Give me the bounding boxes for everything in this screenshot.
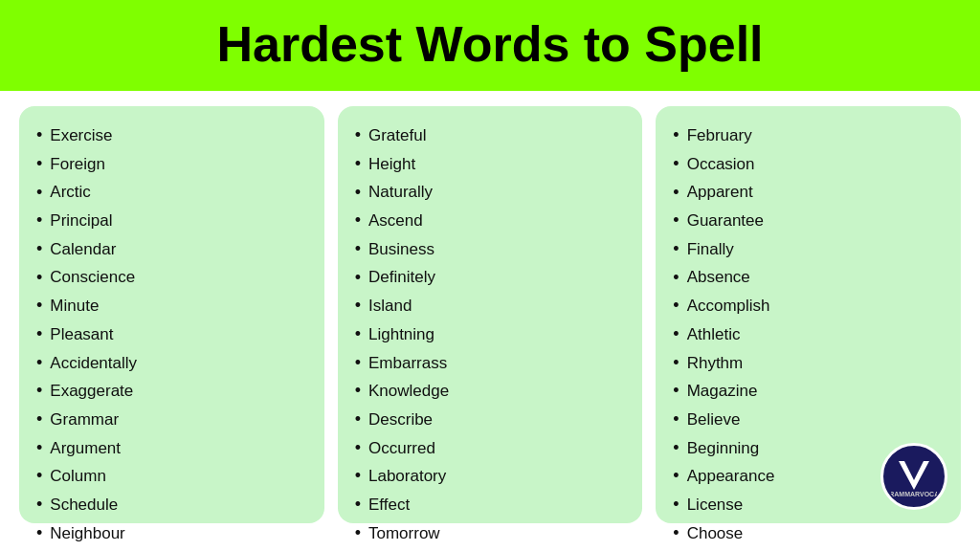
list-item: Occasion	[673, 150, 944, 179]
list-item: Column	[36, 462, 307, 491]
list-item: Naturally	[355, 179, 626, 208]
list-item: Pleasant	[36, 320, 307, 349]
logo-inner: GRAMMARVOCAB	[889, 452, 939, 501]
list-item: Arctic	[36, 179, 307, 208]
gv-logo-icon: GRAMMARVOCAB	[891, 453, 937, 499]
list-item: Lightning	[355, 320, 626, 349]
list-item: Conscience	[36, 264, 307, 293]
list-item: Definitely	[355, 264, 626, 293]
list-item: Accomplish	[673, 292, 944, 320]
page-wrapper: Hardest Words to Spell ExerciseForeignAr…	[0, 0, 980, 539]
list-item: Rhythm	[673, 349, 944, 378]
list-item: Tomorrow	[355, 519, 626, 548]
list-item: Calendar	[36, 235, 307, 264]
word-list-2: GratefulHeightNaturallyAscendBusinessDef…	[355, 121, 626, 547]
list-item: Occurred	[355, 434, 626, 463]
list-item: Schedule	[36, 491, 307, 519]
page-title: Hardest Words to Spell	[29, 17, 951, 72]
list-item: Neighbour	[36, 519, 307, 548]
list-item: Minute	[36, 292, 307, 320]
list-item: Height	[355, 150, 626, 179]
logo-badge: GRAMMARVOCAB	[880, 443, 947, 510]
list-item: Apparent	[673, 179, 944, 208]
list-item: Describe	[355, 406, 626, 434]
svg-marker-0	[899, 461, 929, 490]
header: Hardest Words to Spell	[0, 0, 980, 91]
word-list-1: ExerciseForeignArcticPrincipalCalendarCo…	[36, 121, 307, 547]
list-item: Laboratory	[355, 462, 626, 491]
list-item: Grateful	[355, 121, 626, 150]
list-item: Business	[355, 235, 626, 264]
list-item: Believe	[673, 406, 944, 434]
list-item: Guarantee	[673, 207, 944, 235]
word-card-1: ExerciseForeignArcticPrincipalCalendarCo…	[19, 106, 324, 523]
list-item: Embarrass	[355, 349, 626, 378]
list-item: Exaggerate	[36, 377, 307, 406]
word-card-3: FebruaryOccasionApparentGuaranteeFinally…	[656, 106, 961, 523]
logo-circle: GRAMMARVOCAB	[880, 443, 947, 510]
content-area: ExerciseForeignArcticPrincipalCalendarCo…	[0, 91, 980, 539]
list-item: Magazine	[673, 377, 944, 406]
list-item: Finally	[673, 235, 944, 264]
list-item: Grammar	[36, 406, 307, 434]
list-item: Principal	[36, 207, 307, 235]
list-item: February	[673, 121, 944, 150]
list-item: Island	[355, 292, 626, 320]
word-card-2: GratefulHeightNaturallyAscendBusinessDef…	[338, 106, 643, 523]
list-item: Knowledge	[355, 377, 626, 406]
list-item: Effect	[355, 491, 626, 519]
list-item: Absence	[673, 264, 944, 293]
list-item: Choose	[673, 519, 944, 548]
list-item: Exercise	[36, 121, 307, 150]
list-item: Foreign	[36, 150, 307, 179]
svg-text:GRAMMARVOCAB: GRAMMARVOCAB	[891, 491, 937, 497]
list-item: Argument	[36, 434, 307, 463]
list-item: Ascend	[355, 207, 626, 235]
list-item: Athletic	[673, 320, 944, 349]
list-item: Accidentally	[36, 349, 307, 378]
